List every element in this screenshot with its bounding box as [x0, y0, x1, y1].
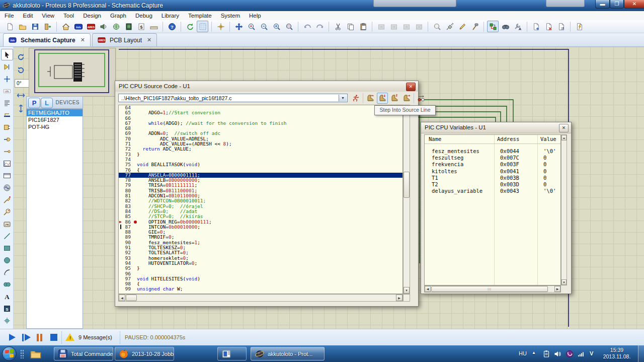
2d-line-mode-button[interactable]	[1, 230, 13, 242]
step-into-source-line-button[interactable]	[377, 93, 388, 104]
device-item-pic16f1827[interactable]: PIC16F1827	[27, 116, 83, 123]
show-desktop-button[interactable]	[638, 345, 644, 362]
pause-button[interactable]	[37, 334, 39, 341]
3d-viewer-button[interactable]	[98, 21, 109, 32]
flip-horizontal-button[interactable]	[14, 89, 27, 101]
undo-button[interactable]	[301, 21, 313, 32]
virtual-instruments-mode-button[interactable]	[1, 218, 13, 230]
pick-from-libraries-button[interactable]	[431, 21, 443, 32]
source-code-window[interactable]: PIC CPU Source Code - U1 ✕ ..\Hitech_PIC…	[115, 81, 419, 307]
zoom-to-area-button[interactable]	[283, 21, 295, 32]
redo-button[interactable]	[314, 21, 326, 32]
remove-sheet-button[interactable]	[543, 21, 554, 32]
stop-button[interactable]	[50, 334, 57, 341]
menu-library[interactable]: Library	[157, 11, 184, 20]
tab-close-icon[interactable]: ✕	[80, 37, 85, 43]
wire-autorouter-button[interactable]	[487, 21, 499, 32]
menu-tool[interactable]: Tool	[59, 11, 78, 20]
decompose-button[interactable]	[469, 21, 480, 32]
tab-pcb-layout[interactable]: ARESPCB Layout✕	[92, 33, 157, 46]
home-page-button[interactable]	[60, 21, 71, 32]
network-signal-icon[interactable]	[577, 350, 585, 358]
buses-mode-button[interactable]	[1, 109, 13, 121]
title-bar[interactable]: akkutoloto - Proteus 8 Professional - Sc…	[0, 0, 644, 11]
2d-marker-mode-button[interactable]	[1, 315, 13, 326]
new-project-button[interactable]	[4, 21, 16, 32]
schematic-capture-module-button[interactable]: isis	[72, 21, 84, 32]
goto-sheet-button[interactable]	[555, 21, 567, 32]
source-window-titlebar[interactable]: PIC CPU Source Code - U1 ✕	[115, 81, 418, 92]
column-header-value[interactable]: Value	[540, 135, 556, 143]
column-header-name[interactable]: Name	[429, 135, 441, 143]
redraw-display-button[interactable]	[184, 21, 196, 32]
taskbar-clock[interactable]: 15:39 2013.11.08.	[598, 347, 636, 360]
subcircuit-mode-button[interactable]	[1, 121, 13, 133]
schematic-overview-pane[interactable]	[29, 48, 116, 97]
search-and-tag-button[interactable]	[500, 21, 511, 32]
menu-debug[interactable]: Debug	[131, 11, 157, 20]
variables-window[interactable]: PIC CPU Variables - U1 ✕ NameAddressValu…	[421, 122, 572, 294]
code-vertical-scrollbar[interactable]: ▲ ▼	[403, 105, 410, 294]
generator-mode-button[interactable]	[1, 182, 13, 193]
tab-close-icon[interactable]: ✕	[147, 37, 151, 43]
breakpoint-icon[interactable]	[134, 221, 137, 224]
text-script-mode-button[interactable]	[1, 97, 13, 109]
minimize-button[interactable]: ▬	[595, 0, 610, 9]
line-number[interactable]: 85	[119, 214, 131, 219]
import-project-button[interactable]	[42, 21, 53, 32]
message-count[interactable]: 9 Message(s)	[78, 334, 112, 340]
variable-row-fesz_mentesites[interactable]: fesz_mentesites0x0044'\0'	[425, 148, 560, 155]
menu-help[interactable]: Help	[245, 11, 266, 20]
zoom-out-button[interactable]	[258, 21, 270, 32]
variable-row-frekvencia[interactable]: frekvencia0x003F0	[425, 161, 560, 168]
voltage-probe-mode-button[interactable]	[1, 194, 13, 205]
zoom-in-button[interactable]	[246, 21, 257, 32]
volume-icon[interactable]	[553, 350, 561, 358]
2d-circle-mode-button[interactable]	[1, 254, 13, 266]
close-button[interactable]: ✕	[624, 0, 644, 9]
design-explorer-button[interactable]	[123, 21, 134, 32]
variables-window-close-button[interactable]: ✕	[559, 124, 569, 132]
open-project-button[interactable]	[17, 21, 28, 32]
device-pins-mode-button[interactable]	[1, 146, 13, 157]
variable-row-T1[interactable]: T10x003B0	[425, 175, 560, 181]
taskbar-button-app[interactable]	[217, 347, 247, 360]
toggle-grid-button[interactable]	[197, 21, 208, 32]
block-rotate-button[interactable]	[400, 21, 412, 32]
source-file-dropdown[interactable]: ..\Hitech_PIC16F1827\akku_tolto_pic16f18…	[118, 94, 348, 102]
step-over-source-line-button[interactable]	[365, 93, 376, 104]
terminals-mode-button[interactable]	[1, 133, 13, 145]
new-sheet-button[interactable]	[530, 21, 542, 32]
v-app-icon[interactable]: V	[590, 350, 593, 356]
explorer-taskbar-icon[interactable]	[29, 348, 42, 360]
taskbar-button-total-commande-[interactable]: Total Commande...	[54, 347, 113, 360]
rotate-clockwise-button[interactable]	[14, 51, 27, 63]
2d-box-mode-button[interactable]	[1, 242, 13, 254]
source-code-view[interactable]: 6465 ADGO=1;//Start conversion6667 while…	[118, 105, 403, 294]
toggle-false-origin-button[interactable]	[215, 21, 226, 32]
center-at-cursor-button[interactable]	[233, 21, 245, 32]
variables-vertical-scrollbar[interactable]: ▲ ▼	[561, 134, 567, 285]
2d-path-mode-button[interactable]	[1, 278, 13, 290]
menu-graph[interactable]: Graph	[106, 11, 131, 20]
language-indicator[interactable]: HU	[519, 350, 527, 356]
tab-schematic-capture[interactable]: isisSchematic Capture✕	[3, 33, 91, 46]
cut-button[interactable]	[332, 21, 344, 32]
copy-button[interactable]	[345, 21, 356, 32]
run-to-source-line-button[interactable]	[401, 93, 412, 104]
variable-row-kitoltes[interactable]: kitoltes0x00410	[425, 168, 560, 175]
variable-row-feszultseg[interactable]: feszultseg0x007C0	[425, 155, 560, 161]
device-item-fetmeghajto[interactable]: FETMEGHAJTO	[27, 109, 83, 116]
utorrent-icon[interactable]	[566, 350, 574, 358]
wire-label-mode-button[interactable]: LBL	[1, 85, 13, 97]
electrical-rule-check-button[interactable]	[148, 21, 159, 32]
variables-table[interactable]: NameAddressValue fesz_mentesites0x0044'\…	[424, 134, 561, 285]
menu-file[interactable]: File	[0, 11, 19, 20]
variable-row-T2[interactable]: T20x003D0	[425, 181, 560, 188]
code-horizontal-scrollbar[interactable]: ◀ ▶	[118, 294, 403, 302]
packaging-tool-button[interactable]	[456, 21, 468, 32]
menu-template[interactable]: Template	[184, 11, 216, 20]
toggle-breakpoint-button[interactable]	[416, 93, 427, 104]
tape-recorder-mode-button[interactable]	[1, 170, 13, 181]
bill-of-materials-button[interactable]: $	[135, 21, 147, 32]
